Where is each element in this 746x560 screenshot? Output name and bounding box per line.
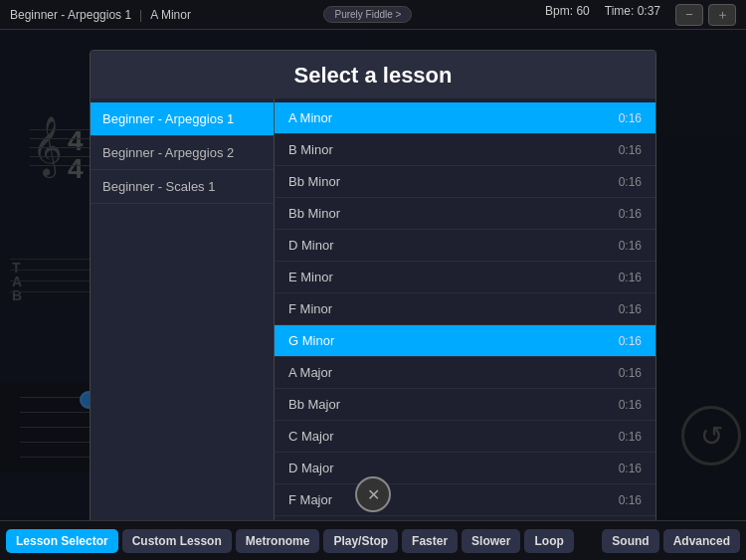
modal-title: Select a lesson — [91, 51, 655, 98]
close-modal-button[interactable] — [355, 476, 391, 512]
play-stop-button[interactable]: Play/Stop — [323, 529, 398, 553]
lesson-duration: 0:16 — [619, 430, 642, 444]
lesson-duration: 0:16 — [619, 271, 642, 284]
lesson-name: Bb Minor — [288, 174, 340, 189]
header-key: A Minor — [150, 8, 191, 22]
zoom-in-button[interactable]: ＋ — [708, 4, 736, 26]
category-item-beg-scales-1[interactable]: Beginner - Scales 1 — [91, 170, 274, 204]
header-bar: Beginner - Arpeggios 1 | A Minor Purely … — [0, 0, 746, 30]
lesson-duration: 0:16 — [619, 143, 642, 157]
lesson-item[interactable]: D Major0:16 — [275, 453, 655, 484]
modal-overlay: Select a lesson Beginner - Arpeggios 1Be… — [0, 30, 746, 520]
toolbar: Lesson SelectorCustom LessonMetronomePla… — [0, 520, 746, 560]
lesson-duration: 0:16 — [619, 334, 642, 348]
lesson-duration: 0:16 — [619, 239, 642, 253]
lesson-item[interactable]: F Minor0:16 — [275, 293, 655, 325]
header-title: Beginner - Arpeggios 1 — [10, 8, 131, 22]
loop-button[interactable]: Loop — [524, 529, 573, 553]
lesson-item[interactable]: G Minor0:16 — [275, 325, 655, 357]
modal-body: Beginner - Arpeggios 1Beginner - Arpeggi… — [91, 98, 655, 520]
slower-button[interactable]: Slower — [462, 529, 520, 553]
bpm-display: Bpm: 60 — [545, 4, 590, 26]
lesson-name: Bb Minor — [288, 206, 340, 221]
metronome-button[interactable]: Metronome — [236, 529, 320, 553]
lesson-item[interactable]: B Minor0:16 — [275, 134, 655, 166]
lesson-duration: 0:16 — [619, 366, 642, 380]
lesson-name: A Minor — [288, 110, 332, 125]
time-display: Time: 0:37 — [605, 4, 660, 26]
lesson-name: F Major — [288, 492, 332, 507]
category-panel: Beginner - Arpeggios 1Beginner - Arpeggi… — [91, 98, 275, 520]
lesson-item[interactable]: Bb Minor0:16 — [275, 166, 655, 198]
header-brand: Purely Fiddle > — [323, 6, 412, 23]
lesson-name: B Minor — [288, 142, 333, 157]
lesson-name: G Minor — [288, 333, 334, 348]
lesson-name: D Major — [288, 461, 334, 475]
zoom-out-button[interactable]: − — [675, 4, 703, 26]
category-item-beg-arp-2[interactable]: Beginner - Arpeggios 2 — [91, 136, 274, 170]
lesson-name: F Minor — [288, 301, 332, 316]
lesson-item[interactable]: Bb Major0:16 — [275, 389, 655, 421]
lesson-duration: 0:16 — [619, 175, 642, 189]
lesson-duration: 0:16 — [619, 398, 642, 412]
header-left: Beginner - Arpeggios 1 | A Minor — [10, 8, 191, 22]
lesson-name: C Major — [288, 429, 334, 444]
lesson-item[interactable]: C Major0:16 — [275, 421, 655, 453]
header-sep: | — [139, 8, 142, 22]
custom-lesson-button[interactable]: Custom Lesson — [122, 529, 232, 553]
lesson-name: E Minor — [288, 270, 333, 284]
lesson-item[interactable]: A Minor0:16 — [275, 102, 655, 134]
lesson-name: Bb Major — [288, 397, 340, 412]
lesson-item[interactable]: D Minor0:16 — [275, 230, 655, 262]
lesson-name: A Major — [288, 365, 332, 380]
sound-button[interactable]: Sound — [602, 529, 658, 553]
lesson-duration: 0:16 — [619, 302, 642, 316]
lesson-item[interactable]: A Major0:16 — [275, 357, 655, 389]
lesson-selector-button[interactable]: Lesson Selector — [6, 529, 118, 553]
lesson-duration: 0:16 — [619, 462, 642, 475]
lesson-duration: 0:16 — [619, 111, 642, 125]
header-stats: Bpm: 60 Time: 0:37 − ＋ — [545, 4, 736, 26]
lesson-duration: 0:16 — [619, 493, 642, 507]
zoom-controls[interactable]: − ＋ — [675, 4, 736, 26]
advanced-button[interactable]: Advanced — [663, 529, 740, 553]
lesson-item[interactable]: F Major0:16 — [275, 484, 655, 516]
lesson-duration: 0:16 — [619, 207, 642, 221]
lesson-selector-modal: Select a lesson Beginner - Arpeggios 1Be… — [90, 50, 656, 520]
lesson-item[interactable]: E Minor0:16 — [275, 262, 655, 293]
lesson-item[interactable]: Bb Minor0:16 — [275, 198, 655, 230]
lesson-name: D Minor — [288, 238, 334, 253]
category-item-beg-arp-1[interactable]: Beginner - Arpeggios 1 — [91, 102, 274, 136]
faster-button[interactable]: Faster — [402, 529, 458, 553]
lesson-panel: A Minor0:16B Minor0:16Bb Minor0:16Bb Min… — [275, 98, 655, 520]
main-area: 𝄞 4 4 TAB 1st Position — [0, 30, 746, 520]
